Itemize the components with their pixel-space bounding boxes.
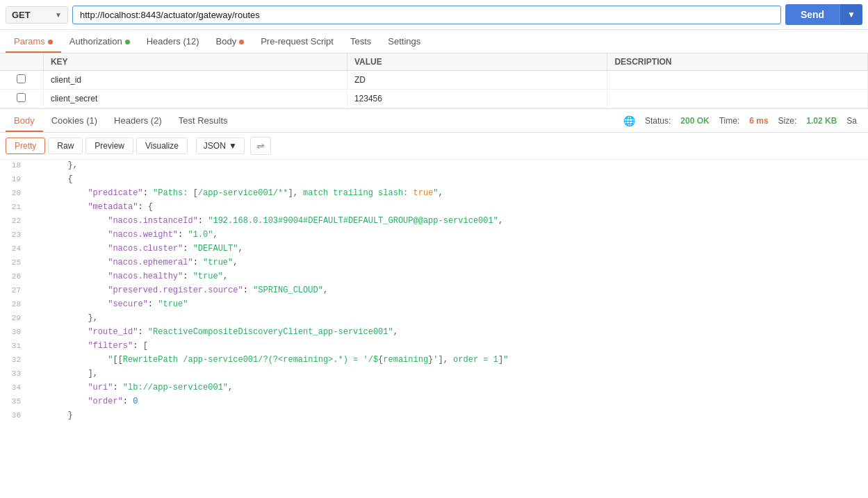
line-number: 36 [0, 410, 28, 420]
line-number: 27 [0, 285, 28, 295]
line-number: 22 [0, 215, 28, 226]
response-top: Body Cookies (1) Headers (2) Test Result… [0, 109, 868, 133]
response-status-area: 🌐 Status: 200 OK Time: 6 ms Size: 1.02 K… [623, 115, 862, 126]
line-content: ], [28, 368, 868, 379]
code-line: 22 "nacos.instanceId": "192.168.0.103#90… [0, 215, 868, 229]
send-dropdown-button[interactable]: ▼ [840, 4, 862, 25]
line-content: "route_id": "ReactiveCompositeDiscoveryC… [28, 326, 868, 338]
auth-dot [125, 40, 130, 44]
tab-headers[interactable]: Headers (12) [138, 30, 208, 53]
size-value: 1.02 KB [806, 116, 837, 126]
row1-value[interactable]: ZD [347, 71, 607, 90]
row1-checkbox[interactable] [17, 74, 26, 83]
row2-desc [607, 90, 868, 108]
res-tab-cookies[interactable]: Cookies (1) [43, 109, 106, 132]
line-content: "nacos.healthy": "true", [28, 271, 868, 282]
view-preview-button[interactable]: Preview [85, 138, 133, 154]
body-controls: Pretty Raw Preview Visualize JSON ▼ ⇌ [0, 133, 868, 160]
tab-tests[interactable]: Tests [342, 30, 379, 53]
params-section: KEY VALUE DESCRIPTION client_id ZD clien… [0, 53, 868, 109]
send-btn-group: Send ▼ [785, 4, 862, 25]
globe-icon: 🌐 [623, 115, 635, 126]
line-content: }, [28, 313, 868, 324]
line-number: 24 [0, 243, 28, 254]
view-raw-button[interactable]: Raw [48, 138, 83, 154]
col-key: KEY [43, 53, 347, 71]
format-selector[interactable]: JSON ▼ [196, 138, 245, 154]
row2-value[interactable]: 123456 [347, 90, 607, 108]
code-line: 32 "[[RewritePath /app-service001/?(?<re… [0, 354, 868, 368]
format-label: JSON [204, 141, 226, 151]
line-content: "uri": "lb://app-service001", [28, 382, 868, 393]
code-line: 34 "uri": "lb://app-service001", [0, 382, 868, 396]
method-label: GET [12, 10, 31, 20]
col-value: VALUE [347, 53, 607, 71]
line-content: } [28, 410, 868, 421]
line-content: "nacos.cluster": "DEFAULT", [28, 243, 868, 254]
table-row: client_id ZD [0, 71, 868, 90]
row2-checkbox[interactable] [17, 93, 26, 102]
line-content: "filters": [ [28, 340, 868, 351]
time-label: Time: [719, 116, 740, 126]
tab-body[interactable]: Body [208, 30, 253, 53]
line-content: "predicate": "Paths: [/app-service001/**… [28, 188, 868, 199]
line-content: "[[RewritePath /app-service001/?(?<remai… [28, 354, 868, 365]
line-number: 21 [0, 201, 28, 212]
line-number: 23 [0, 229, 28, 240]
line-number: 31 [0, 340, 28, 351]
code-line: 19 { [0, 174, 868, 188]
code-line: 31 "filters": [ [0, 340, 868, 354]
line-number: 34 [0, 382, 28, 392]
line-number: 30 [0, 326, 28, 337]
code-line: 23 "nacos.weight": "1.0", [0, 229, 868, 243]
line-content: { [28, 174, 868, 185]
row1-key[interactable]: client_id [43, 71, 347, 90]
code-line: 35 "order": 0 [0, 396, 868, 410]
line-number: 32 [0, 354, 28, 365]
line-content: "nacos.instanceId": "192.168.0.103#9004#… [28, 215, 868, 226]
wrap-button[interactable]: ⇌ [250, 137, 271, 155]
line-number: 29 [0, 313, 28, 323]
request-tabs: Params Authorization Headers (12) Body P… [0, 30, 868, 53]
code-line: 18 }, [0, 160, 868, 174]
line-number: 19 [0, 174, 28, 184]
col-desc: DESCRIPTION [607, 53, 868, 71]
line-content: "nacos.ephemeral": "true", [28, 257, 868, 268]
tab-authorization[interactable]: Authorization [61, 30, 138, 53]
line-content: "preserved.register.source": "SPRING_CLO… [28, 285, 868, 296]
params-dot [48, 40, 53, 44]
code-line: 28 "secure": "true" [0, 299, 868, 313]
code-line: 30 "route_id": "ReactiveCompositeDiscove… [0, 326, 868, 340]
send-button[interactable]: Send [785, 4, 840, 25]
save-label: Sa [846, 116, 857, 126]
method-selector[interactable]: GET ▼ [6, 6, 68, 24]
params-table: KEY VALUE DESCRIPTION client_id ZD clien… [0, 53, 868, 108]
method-dropdown-icon: ▼ [55, 11, 62, 19]
code-line: 29 }, [0, 313, 868, 326]
url-input[interactable] [72, 6, 781, 24]
line-number: 18 [0, 160, 28, 170]
code-line: 20 "predicate": "Paths: [/app-service001… [0, 188, 868, 201]
code-area[interactable]: 18 },19 {20 "predicate": "Paths: [/app-s… [0, 160, 868, 451]
line-number: 25 [0, 257, 28, 267]
res-tab-headers[interactable]: Headers (2) [106, 109, 170, 132]
res-tab-test-results[interactable]: Test Results [170, 109, 236, 132]
code-line: 36 } [0, 410, 868, 424]
view-pretty-button[interactable]: Pretty [6, 138, 45, 154]
body-dot [239, 40, 244, 44]
res-tab-body[interactable]: Body [6, 109, 43, 132]
code-line: 27 "preserved.register.source": "SPRING_… [0, 285, 868, 299]
line-content: }, [28, 160, 868, 171]
code-line: 33 ], [0, 368, 868, 382]
row2-key[interactable]: client_secret [43, 90, 347, 108]
view-visualize-button[interactable]: Visualize [136, 138, 188, 154]
status-value: 200 OK [680, 116, 709, 126]
format-dropdown-icon: ▼ [229, 141, 237, 151]
top-bar: GET ▼ Send ▼ [0, 0, 868, 30]
line-number: 35 [0, 396, 28, 406]
tab-params[interactable]: Params [6, 30, 61, 53]
line-content: "nacos.weight": "1.0", [28, 229, 868, 240]
tab-settings[interactable]: Settings [379, 30, 429, 53]
line-number: 20 [0, 188, 28, 198]
tab-pre-request[interactable]: Pre-request Script [252, 30, 342, 53]
